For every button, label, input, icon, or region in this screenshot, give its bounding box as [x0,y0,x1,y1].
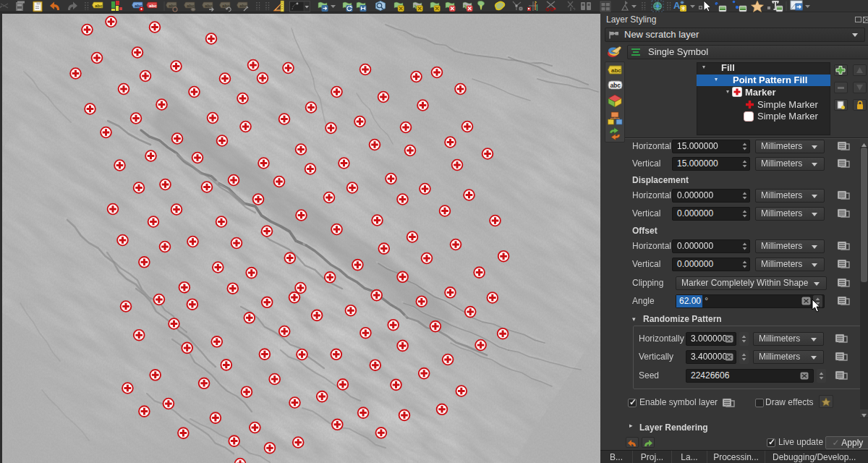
svg-text:abc: abc [239,3,247,8]
svg-text:abc: abc [187,3,195,8]
svg-text:abc: abc [222,3,230,8]
svg-text:abc: abc [205,3,213,8]
svg-text:abc: abc [610,82,621,89]
svg-text:abc: abc [149,3,157,8]
svg-text:abc: abc [611,67,621,74]
svg-text:abc: abc [95,3,103,8]
svg-text:A: A [673,0,681,11]
